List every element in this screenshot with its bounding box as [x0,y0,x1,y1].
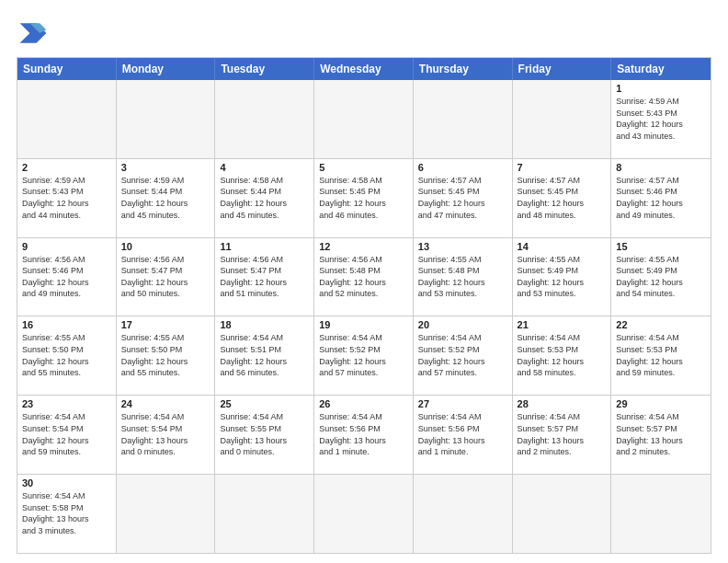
day-number: 26 [319,398,408,409]
day-cell-14: 14Sunrise: 4:55 AM Sunset: 5:49 PM Dayli… [513,238,612,316]
day-number: 15 [616,241,706,252]
day-info: Sunrise: 4:56 AM Sunset: 5:47 PM Dayligh… [220,254,309,300]
day-info: Sunrise: 4:54 AM Sunset: 5:54 PM Dayligh… [22,411,111,457]
day-cell-8: 8Sunrise: 4:57 AM Sunset: 5:46 PM Daylig… [611,159,711,237]
day-info: Sunrise: 4:57 AM Sunset: 5:45 PM Dayligh… [518,175,607,221]
header-day-tuesday: Tuesday [215,58,314,80]
day-cell-18: 18Sunrise: 4:54 AM Sunset: 5:51 PM Dayli… [215,316,314,395]
empty-cell [513,80,612,158]
day-cell-7: 7Sunrise: 4:57 AM Sunset: 5:45 PM Daylig… [513,159,612,237]
day-info: Sunrise: 4:54 AM Sunset: 5:57 PM Dayligh… [518,411,607,457]
day-info: Sunrise: 4:54 AM Sunset: 5:51 PM Dayligh… [220,332,309,378]
day-info: Sunrise: 4:54 AM Sunset: 5:54 PM Dayligh… [121,411,210,457]
day-cell-24: 24Sunrise: 4:54 AM Sunset: 5:54 PM Dayli… [117,396,216,474]
day-number: 7 [518,162,607,173]
day-number: 17 [121,319,210,330]
day-number: 29 [616,398,706,409]
day-cell-2: 2Sunrise: 4:59 AM Sunset: 5:43 PM Daylig… [17,159,117,237]
empty-cell [117,80,216,158]
day-info: Sunrise: 4:54 AM Sunset: 5:52 PM Dayligh… [319,332,408,378]
empty-cell [414,80,513,158]
day-cell-20: 20Sunrise: 4:54 AM Sunset: 5:52 PM Dayli… [414,316,513,395]
calendar-week-5: 23Sunrise: 4:54 AM Sunset: 5:54 PM Dayli… [17,395,711,474]
day-number: 13 [418,241,507,252]
day-number: 3 [121,162,210,173]
day-cell-29: 29Sunrise: 4:54 AM Sunset: 5:57 PM Dayli… [611,396,711,474]
day-cell-5: 5Sunrise: 4:58 AM Sunset: 5:45 PM Daylig… [314,159,414,237]
day-number: 20 [418,319,507,330]
day-number: 11 [220,241,309,252]
empty-cell [513,475,612,553]
day-number: 9 [22,241,111,252]
day-cell-19: 19Sunrise: 4:54 AM Sunset: 5:52 PM Dayli… [314,316,414,395]
day-number: 24 [121,398,210,409]
day-info: Sunrise: 4:54 AM Sunset: 5:56 PM Dayligh… [319,411,408,457]
calendar-week-1: 1Sunrise: 4:59 AM Sunset: 5:43 PM Daylig… [17,80,711,158]
empty-cell [17,80,117,158]
day-cell-12: 12Sunrise: 4:56 AM Sunset: 5:48 PM Dayli… [314,238,414,316]
day-cell-13: 13Sunrise: 4:55 AM Sunset: 5:48 PM Dayli… [414,238,513,316]
day-cell-27: 27Sunrise: 4:54 AM Sunset: 5:56 PM Dayli… [414,396,513,474]
day-cell-1: 1Sunrise: 4:59 AM Sunset: 5:43 PM Daylig… [611,80,711,158]
day-info: Sunrise: 4:54 AM Sunset: 5:52 PM Dayligh… [418,332,507,378]
day-cell-25: 25Sunrise: 4:54 AM Sunset: 5:55 PM Dayli… [215,396,314,474]
day-number: 18 [220,319,309,330]
day-number: 28 [518,398,607,409]
day-cell-9: 9Sunrise: 4:56 AM Sunset: 5:46 PM Daylig… [17,238,117,316]
header-day-thursday: Thursday [414,58,513,80]
day-number: 5 [319,162,408,173]
day-number: 10 [121,241,210,252]
day-number: 2 [22,162,111,173]
day-info: Sunrise: 4:56 AM Sunset: 5:47 PM Dayligh… [121,254,210,300]
empty-cell [611,475,711,553]
header-day-wednesday: Wednesday [314,58,414,80]
calendar-week-6: 30Sunrise: 4:54 AM Sunset: 5:58 PM Dayli… [17,474,711,553]
day-info: Sunrise: 4:56 AM Sunset: 5:46 PM Dayligh… [22,254,111,300]
calendar-week-4: 16Sunrise: 4:55 AM Sunset: 5:50 PM Dayli… [17,316,711,395]
header-day-monday: Monday [117,58,216,80]
day-info: Sunrise: 4:58 AM Sunset: 5:45 PM Dayligh… [319,175,408,221]
day-info: Sunrise: 4:54 AM Sunset: 5:56 PM Dayligh… [418,411,507,457]
day-number: 1 [616,83,706,94]
calendar: SundayMondayTuesdayWednesdayThursdayFrid… [17,57,711,554]
day-cell-17: 17Sunrise: 4:55 AM Sunset: 5:50 PM Dayli… [117,316,216,395]
day-cell-11: 11Sunrise: 4:56 AM Sunset: 5:47 PM Dayli… [215,238,314,316]
day-info: Sunrise: 4:54 AM Sunset: 5:55 PM Dayligh… [220,411,309,457]
day-info: Sunrise: 4:59 AM Sunset: 5:43 PM Dayligh… [22,175,111,221]
day-info: Sunrise: 4:57 AM Sunset: 5:45 PM Dayligh… [418,175,507,221]
day-number: 27 [418,398,507,409]
day-number: 8 [616,162,706,173]
calendar-body: 1Sunrise: 4:59 AM Sunset: 5:43 PM Daylig… [17,80,711,553]
calendar-week-3: 9Sunrise: 4:56 AM Sunset: 5:46 PM Daylig… [17,237,711,316]
day-cell-10: 10Sunrise: 4:56 AM Sunset: 5:47 PM Dayli… [117,238,216,316]
day-number: 25 [220,398,309,409]
day-info: Sunrise: 4:59 AM Sunset: 5:43 PM Dayligh… [616,96,706,142]
calendar-week-2: 2Sunrise: 4:59 AM Sunset: 5:43 PM Daylig… [17,158,711,237]
day-cell-15: 15Sunrise: 4:55 AM Sunset: 5:49 PM Dayli… [611,238,711,316]
day-cell-16: 16Sunrise: 4:55 AM Sunset: 5:50 PM Dayli… [17,316,117,395]
empty-cell [215,80,314,158]
day-info: Sunrise: 4:54 AM Sunset: 5:53 PM Dayligh… [616,332,706,378]
logo-icon [17,17,50,50]
header-day-saturday: Saturday [611,58,711,80]
day-number: 6 [418,162,507,173]
day-number: 14 [518,241,607,252]
day-cell-4: 4Sunrise: 4:58 AM Sunset: 5:44 PM Daylig… [215,159,314,237]
day-cell-23: 23Sunrise: 4:54 AM Sunset: 5:54 PM Dayli… [17,396,117,474]
day-number: 22 [616,319,706,330]
header [17,17,711,50]
day-number: 30 [22,477,111,488]
header-day-sunday: Sunday [17,58,117,80]
page: SundayMondayTuesdayWednesdayThursdayFrid… [0,0,728,563]
day-cell-3: 3Sunrise: 4:59 AM Sunset: 5:44 PM Daylig… [117,159,216,237]
empty-cell [117,475,216,553]
day-info: Sunrise: 4:57 AM Sunset: 5:46 PM Dayligh… [616,175,706,221]
day-cell-30: 30Sunrise: 4:54 AM Sunset: 5:58 PM Dayli… [17,475,117,553]
day-info: Sunrise: 4:54 AM Sunset: 5:58 PM Dayligh… [22,490,111,536]
day-cell-6: 6Sunrise: 4:57 AM Sunset: 5:45 PM Daylig… [414,159,513,237]
day-cell-26: 26Sunrise: 4:54 AM Sunset: 5:56 PM Dayli… [314,396,414,474]
day-info: Sunrise: 4:54 AM Sunset: 5:57 PM Dayligh… [616,411,706,457]
day-number: 19 [319,319,408,330]
empty-cell [414,475,513,553]
day-number: 21 [518,319,607,330]
